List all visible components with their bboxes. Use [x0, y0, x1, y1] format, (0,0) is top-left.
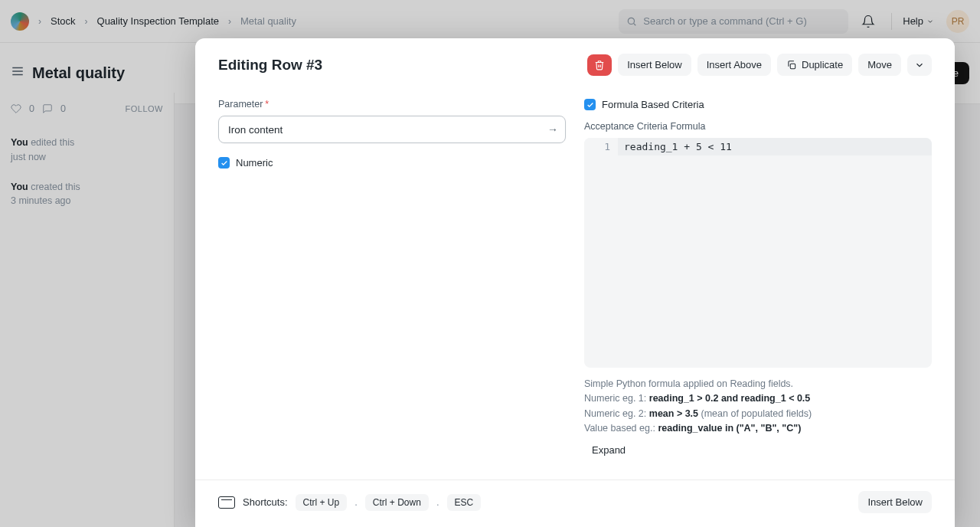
search-input[interactable]: Search or type a command (Ctrl + G) [619, 9, 848, 34]
heart-icon[interactable] [11, 103, 21, 114]
copy-icon [786, 60, 797, 70]
breadcrumb-stock[interactable]: Stock [51, 15, 76, 27]
shortcut-ctrl-down: Ctrl + Down [365, 494, 429, 511]
formula-based-criteria-label: Formula Based Criteria [602, 99, 704, 110]
chevron-right-icon: › [37, 16, 43, 27]
keyboard-icon [218, 496, 235, 509]
formula-code[interactable]: reading_1 + 5 < 11 [618, 138, 932, 155]
modal-right-column: Formula Based Criteria Acceptance Criter… [584, 99, 932, 472]
shortcut-ctrl-up: Ctrl + Up [296, 494, 348, 511]
line-number: 1 [584, 138, 618, 155]
like-count: 0 [29, 103, 34, 114]
trash-icon [594, 60, 605, 70]
formula-help-text: Simple Python formula applied on Reading… [584, 377, 932, 437]
duplicate-button[interactable]: Duplicate [777, 54, 852, 76]
footer-insert-below-button[interactable]: Insert Below [858, 491, 932, 513]
chevron-right-icon: › [227, 16, 233, 27]
modal-title: Editing Row #3 [218, 57, 581, 74]
breadcrumb-current: Metal quality [240, 15, 296, 27]
parameter-label: Parameter* [218, 99, 566, 110]
chevron-down-icon [914, 60, 925, 70]
chevron-right-icon: › [83, 16, 90, 27]
left-sidebar: 0 0 FOLLOW You edited this just now You … [0, 93, 175, 527]
insert-above-button[interactable]: Insert Above [697, 54, 771, 76]
breadcrumb-qit[interactable]: Quality Inspection Template [97, 15, 219, 27]
divider [891, 13, 892, 30]
feed-item: You edited this just now [11, 136, 163, 165]
formula-based-criteria-checkbox[interactable] [584, 99, 596, 110]
notifications-button[interactable] [856, 9, 880, 34]
app-logo [11, 12, 29, 31]
comment-icon[interactable] [42, 103, 53, 114]
avatar[interactable]: PR [946, 10, 969, 33]
shortcuts-label: Shortcuts: [243, 496, 288, 508]
arrow-right-icon[interactable]: → [547, 123, 558, 136]
parameter-input[interactable] [218, 116, 566, 143]
delete-row-button[interactable] [587, 54, 612, 76]
check-icon [220, 159, 228, 167]
comment-count: 0 [60, 103, 66, 114]
edit-row-modal: Editing Row #3 Insert Below Insert Above… [195, 38, 955, 527]
formula-editor[interactable]: 1 reading_1 + 5 < 11 [584, 138, 932, 368]
follow-button[interactable]: FOLLOW [126, 104, 163, 113]
move-button[interactable]: Move [858, 54, 901, 76]
check-icon [586, 101, 594, 109]
modal-header: Editing Row #3 Insert Below Insert Above… [195, 38, 955, 83]
navbar: › Stock › Quality Inspection Template › … [0, 0, 980, 43]
svg-point-0 [629, 18, 635, 24]
search-placeholder: Search or type a command (Ctrl + G) [643, 15, 807, 27]
more-actions-button[interactable] [907, 54, 932, 76]
search-icon [626, 16, 637, 27]
acceptance-criteria-formula-label: Acceptance Criteria Formula [584, 121, 932, 132]
numeric-checkbox[interactable] [218, 157, 230, 169]
insert-below-button[interactable]: Insert Below [618, 54, 691, 76]
bell-icon [861, 15, 875, 28]
svg-line-1 [634, 23, 636, 25]
modal-left-column: Parameter* → Numeric [218, 99, 566, 472]
shortcut-esc: ESC [447, 494, 482, 511]
modal-footer: Shortcuts: Ctrl + Up . Ctrl + Down . ESC… [195, 480, 955, 527]
feed-item: You created this 3 minutes ago [11, 180, 163, 209]
help-menu[interactable]: Help [903, 15, 934, 27]
chevron-down-icon [926, 18, 934, 25]
sidebar-toggle[interactable] [11, 64, 24, 82]
numeric-label: Numeric [236, 157, 273, 169]
menu-icon [11, 64, 24, 78]
help-label: Help [903, 15, 923, 27]
page-title: Metal quality [32, 64, 125, 82]
expand-button[interactable]: Expand [592, 444, 626, 456]
svg-rect-5 [790, 64, 795, 68]
